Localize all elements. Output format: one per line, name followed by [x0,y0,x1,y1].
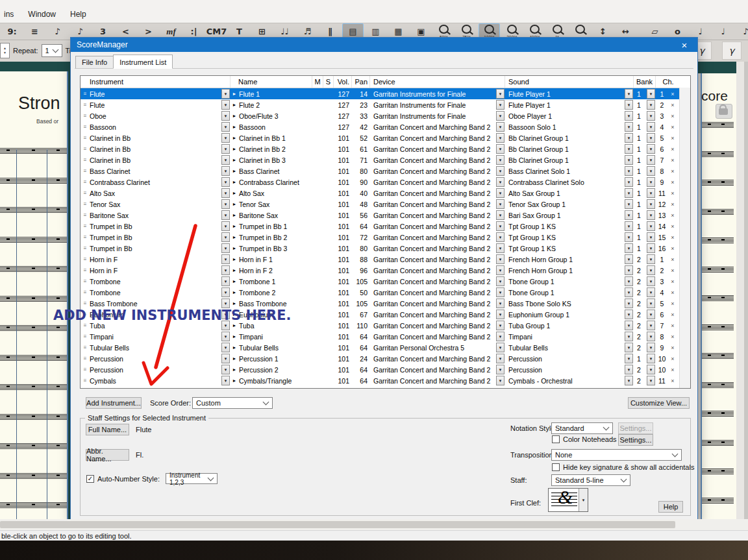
dropdown-arrow-icon[interactable]: ▼ [647,376,655,385]
remove-channel-icon[interactable]: × [668,102,677,108]
dropdown-arrow-icon[interactable]: ▼ [625,332,633,341]
remove-channel-icon[interactable]: × [668,234,677,241]
drag-grip-icon[interactable]: ≡ [81,168,90,174]
play-icon[interactable]: ► [231,345,238,350]
remove-channel-icon[interactable]: × [668,334,677,340]
noteheads-settings-button[interactable]: Settings... [618,434,653,446]
instrument-row[interactable]: ≡Cymbals▼►Cymbals/Triangle10164Garritan … [81,375,690,386]
dropdown-arrow-icon[interactable]: ▼ [625,265,633,275]
drag-grip-icon[interactable]: ≡ [81,179,90,185]
close-icon[interactable]: × [671,38,697,52]
full-name-button[interactable]: Full Name... [86,424,129,435]
dropdown-arrow-icon[interactable]: ▼ [496,111,505,121]
tab-instrument-list[interactable]: Instrument List [113,55,173,69]
abbr-name-button[interactable]: Abbr. Name... [86,449,129,461]
dropdown-arrow-icon[interactable]: ▼ [625,133,633,143]
dropdown-arrow-icon[interactable]: ▼ [647,232,655,242]
dropdown-arrow-icon[interactable]: ▼ [496,265,505,275]
dropdown-arrow-icon[interactable]: ▼ [496,133,505,143]
dropdown-arrow-icon[interactable]: ▼ [496,343,505,352]
dropdown-arrow-icon[interactable]: ▼ [625,100,633,110]
play-icon[interactable]: ► [231,257,238,262]
dropdown-arrow-icon[interactable]: ▼ [647,89,655,99]
remove-channel-icon[interactable]: × [668,146,677,152]
menu-item-window[interactable]: Window [28,10,56,19]
instrument-row[interactable]: ≡Tubular Bells▼►Tubular Bells10164Garrit… [81,342,690,353]
remove-channel-icon[interactable]: × [668,323,677,329]
dropdown-arrow-icon[interactable]: ▼ [221,166,230,176]
play-icon[interactable]: ► [231,279,238,284]
play-icon[interactable]: ► [231,235,238,239]
dropdown-arrow-icon[interactable]: ▼ [496,354,505,363]
staff-tool-icon[interactable]: ≡ [24,23,45,40]
play-icon[interactable]: ► [231,301,238,306]
instrument-row[interactable]: ≡Trumpet in Bb▼►Trumpet in Bb 210172Garr… [81,232,690,243]
dropdown-arrow-icon[interactable]: ▼ [496,276,505,286]
dropdown-arrow-icon[interactable]: ▼ [625,221,633,231]
dropdown-arrow-icon[interactable]: ▼ [496,232,505,242]
drag-grip-icon[interactable]: ≡ [81,367,90,372]
remove-channel-icon[interactable]: × [668,367,677,373]
drag-grip-icon[interactable]: ≡ [81,223,90,229]
play-icon[interactable]: ► [231,180,238,184]
play-icon[interactable]: ► [231,191,238,195]
drag-grip-icon[interactable]: ≡ [81,245,90,251]
remove-channel-icon[interactable]: × [668,113,677,119]
drag-grip-icon[interactable]: ≡ [81,278,90,284]
dropdown-arrow-icon[interactable]: ▼ [221,188,230,198]
dropdown-arrow-icon[interactable]: ▼ [496,321,505,330]
dropdown-arrow-icon[interactable]: ▼ [625,89,633,99]
dialog-titlebar[interactable]: ScoreManager × [71,38,697,52]
drag-grip-icon[interactable]: ≡ [81,201,90,207]
dropdown-arrow-icon[interactable]: ▼ [647,321,655,330]
play-icon[interactable]: ► [231,378,238,383]
dropdown-arrow-icon[interactable]: ▼ [496,144,505,154]
remove-channel-icon[interactable]: × [668,345,677,351]
dropdown-arrow-icon[interactable]: ▼ [647,155,655,165]
play-icon[interactable]: ► [231,158,238,162]
eighth-note-icon[interactable]: ♪ [735,23,748,40]
dropdown-arrow-icon[interactable]: ▼ [221,232,230,242]
repeat-count-select[interactable]: 1 [42,44,62,57]
instrument-row[interactable]: ≡Tenor Sax▼►Tenor Sax10148Garritan Conce… [81,199,690,210]
drag-grip-icon[interactable]: ≡ [81,190,90,196]
dropdown-arrow-icon[interactable]: ▼ [625,210,633,220]
dropdown-arrow-icon[interactable]: ▼ [221,144,230,154]
instrument-row[interactable]: ≡Flute▼►Flute 212723Garritan Instruments… [81,99,690,110]
dropdown-arrow-icon[interactable]: ▼ [221,265,230,275]
instrument-row[interactable]: ≡Trombone▼►Trombone 210150Garritan Conce… [81,287,690,298]
dropdown-arrow-icon[interactable]: ▼ [647,177,655,187]
play-icon[interactable]: ► [231,334,238,339]
dropdown-arrow-icon[interactable]: ▼ [496,177,505,187]
remove-channel-icon[interactable]: × [668,223,677,230]
instrument-row[interactable]: ≡Horn in F▼►Horn in F 210196Garritan Con… [81,265,690,276]
dropdown-arrow-icon[interactable]: ▼ [647,354,655,363]
dropdown-arrow-icon[interactable]: ▼ [647,133,655,143]
instrument-row[interactable]: ≡Alto Sax▼►Alto Sax10140Garritan Concert… [81,188,690,199]
remove-channel-icon[interactable]: × [668,245,677,252]
play-icon[interactable]: ► [231,323,238,328]
dropdown-arrow-icon[interactable]: ▼ [221,111,230,121]
auto-number-style-select[interactable]: Instrument 1,2,3 [166,473,218,484]
dropdown-arrow-icon[interactable]: ▼ [496,188,505,198]
remove-channel-icon[interactable]: × [668,378,677,384]
dropdown-arrow-icon[interactable]: ▼ [625,298,633,308]
play-icon[interactable]: ► [231,125,238,129]
dropdown-arrow-icon[interactable]: ▼ [221,177,230,187]
dropdown-arrow-icon[interactable]: ▼ [496,210,505,220]
spinner-down-icon[interactable]: ▼ [3,51,6,55]
customize-view-button[interactable]: Customize View... [628,397,690,409]
remove-channel-icon[interactable]: × [668,135,677,141]
instrument-row[interactable]: ≡Trombone▼►Trombone 1101105Garritan Conc… [81,276,690,287]
instrument-row[interactable]: ≡Trumpet in Bb▼►Trumpet in Bb 310180Garr… [81,243,690,254]
remove-channel-icon[interactable]: × [668,168,677,175]
simple-entry-icon[interactable]: ♪ [47,23,68,40]
dropdown-arrow-icon[interactable]: ▼ [221,354,230,363]
spinner-up-icon[interactable]: ▲ [3,46,6,51]
instrument-row[interactable]: ≡Trumpet in Bb▼►Trumpet in Bb 110164Garr… [81,221,690,232]
dropdown-arrow-icon[interactable]: ▼ [647,210,655,220]
drag-grip-icon[interactable]: ≡ [81,267,90,273]
play-icon[interactable]: ► [231,246,238,250]
notation-style-select[interactable]: Standard [551,422,613,434]
remove-channel-icon[interactable]: × [668,179,677,186]
